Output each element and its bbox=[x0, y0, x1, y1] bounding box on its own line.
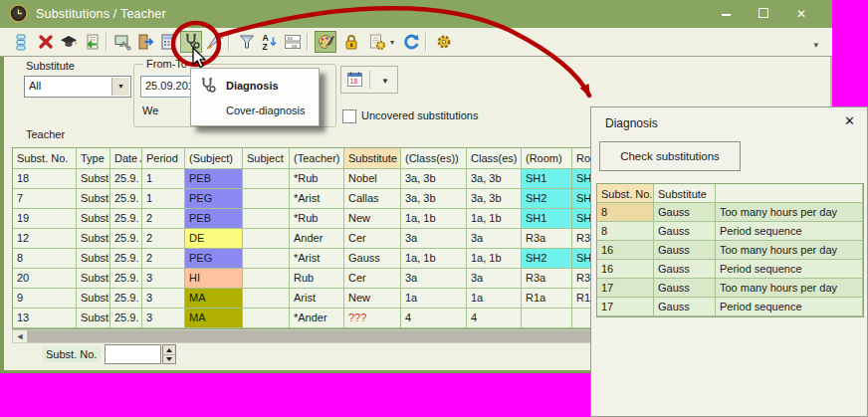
cell[interactable]: *Ander bbox=[290, 309, 344, 328]
cell[interactable]: Gauss bbox=[654, 203, 716, 222]
cell[interactable]: 1a, 1b bbox=[401, 249, 467, 269]
cell[interactable]: Nobel bbox=[344, 169, 401, 189]
cell[interactable]: Cer bbox=[344, 229, 401, 249]
cell[interactable]: PEG bbox=[185, 189, 243, 209]
cell[interactable]: Cer bbox=[344, 269, 401, 289]
column-header[interactable]: Period bbox=[142, 148, 185, 169]
cell[interactable]: 19 bbox=[13, 209, 77, 229]
cell[interactable]: 3a, 3b bbox=[401, 189, 467, 209]
diagnosis-row[interactable]: 8GaussPeriod sequence bbox=[597, 222, 863, 241]
cell[interactable] bbox=[243, 289, 290, 309]
column-header[interactable]: Subst. No. bbox=[13, 148, 77, 169]
cell[interactable]: Gauss bbox=[654, 279, 716, 298]
diagnosis-row[interactable]: 8GaussToo many hours per day bbox=[597, 203, 863, 222]
cell[interactable]: *Arist bbox=[290, 189, 344, 209]
cell[interactable]: 13 bbox=[13, 309, 77, 328]
cell[interactable]: SH2 bbox=[522, 189, 572, 209]
close-icon[interactable]: ✕ bbox=[844, 113, 855, 128]
cell[interactable]: 16 bbox=[597, 260, 654, 279]
scrollbar-thumb[interactable] bbox=[28, 330, 591, 342]
cell[interactable]: PEB bbox=[185, 169, 243, 189]
table-row[interactable]: 13Substi25.9.3MA*Ander???44 bbox=[13, 309, 614, 328]
cell[interactable]: SH2 bbox=[522, 249, 572, 269]
cell[interactable]: 25.9. bbox=[110, 189, 142, 209]
lock-icon[interactable] bbox=[340, 31, 362, 53]
cell[interactable]: 2 bbox=[142, 209, 185, 229]
cell[interactable]: ??? bbox=[344, 309, 401, 328]
cell[interactable]: 9 bbox=[13, 289, 77, 309]
diagnosis-row[interactable]: 17GaussPeriod sequence bbox=[597, 298, 863, 316]
column-header[interactable]: Subst. No. bbox=[597, 184, 654, 203]
cell[interactable]: Period sequence bbox=[716, 298, 863, 316]
cell[interactable]: Gauss bbox=[654, 222, 716, 241]
teacher-icon[interactable] bbox=[58, 31, 80, 53]
cell[interactable]: *Rub bbox=[290, 169, 344, 189]
cell[interactable]: Too many hours per day bbox=[716, 203, 863, 222]
cell[interactable]: 17 bbox=[597, 279, 654, 298]
minimize-button[interactable] bbox=[711, 5, 741, 23]
cell[interactable]: 1 bbox=[142, 189, 185, 209]
close-button[interactable]: ✕ bbox=[786, 5, 816, 23]
cell[interactable]: 3 bbox=[142, 289, 185, 309]
cell[interactable]: Substi bbox=[77, 249, 110, 269]
chevron-down-icon[interactable]: ▾ bbox=[390, 38, 394, 47]
cell[interactable]: SH1 bbox=[522, 169, 572, 189]
menu-item-cover-diagnosis[interactable]: Cover-diagnosis bbox=[191, 98, 319, 123]
cell[interactable]: Period sequence bbox=[716, 222, 863, 241]
table-row[interactable]: 9Substi25.9.3MAAristNew1a1aR1aR1a bbox=[13, 289, 614, 309]
horizontal-scrollbar[interactable]: ◄ bbox=[12, 329, 594, 343]
cell[interactable]: Substi bbox=[77, 269, 110, 289]
cell[interactable]: HI bbox=[185, 269, 243, 289]
cell[interactable]: Callas bbox=[344, 189, 401, 209]
cell[interactable]: Gauss bbox=[654, 241, 716, 260]
cell[interactable]: 25.9. bbox=[110, 289, 142, 309]
rocket-icon[interactable] bbox=[203, 31, 225, 53]
table-row[interactable]: 7Substi25.9.1PEG*AristCallas3a, 3b3a, 3b… bbox=[13, 189, 614, 209]
diagnosis-row[interactable]: 16GaussToo many hours per day bbox=[597, 241, 863, 260]
column-header[interactable]: Date bbox=[110, 148, 142, 169]
colors-icon[interactable] bbox=[315, 31, 336, 53]
cell[interactable]: 16 bbox=[597, 241, 654, 260]
cell[interactable]: 4 bbox=[467, 309, 522, 328]
cell[interactable]: 1a bbox=[467, 289, 522, 309]
cell[interactable]: 3a bbox=[401, 269, 467, 289]
cell[interactable]: 1a, 1b bbox=[467, 249, 522, 269]
chevron-down-icon[interactable]: ▼ bbox=[111, 78, 129, 96]
cell[interactable] bbox=[243, 209, 290, 229]
cell[interactable]: 25.9. bbox=[110, 309, 142, 328]
table-row[interactable]: 18Substi25.9.1PEB*RubNobel3a, 3b3a, 3bSH… bbox=[13, 169, 614, 189]
column-header[interactable]: (Room) bbox=[522, 148, 572, 169]
substitute-dropdown[interactable]: All ▼ bbox=[24, 76, 131, 98]
cell[interactable]: Gauss bbox=[654, 260, 716, 279]
cell[interactable]: SH1 bbox=[522, 209, 572, 229]
subst-no-input[interactable] bbox=[105, 344, 161, 364]
calendar-button[interactable]: 18 ▼ bbox=[340, 66, 398, 94]
chevron-down-icon[interactable]: ▼ bbox=[381, 77, 389, 86]
cell[interactable]: 3a, 3b bbox=[467, 169, 522, 189]
door-icon[interactable] bbox=[134, 31, 156, 53]
sort-icon[interactable]: AZ bbox=[259, 31, 281, 53]
diagnosis-row[interactable]: 17GaussToo many hours per day bbox=[597, 279, 863, 298]
list-view-icon[interactable] bbox=[12, 31, 34, 53]
cell[interactable] bbox=[243, 269, 290, 289]
cell[interactable]: 3 bbox=[142, 269, 185, 289]
cell[interactable]: Substi bbox=[77, 229, 110, 249]
import-icon[interactable] bbox=[81, 31, 103, 53]
cell[interactable]: Period sequence bbox=[716, 260, 863, 279]
maximize-button[interactable] bbox=[749, 5, 778, 23]
cell[interactable]: 8 bbox=[597, 222, 654, 241]
cell[interactable]: 25.9. bbox=[110, 229, 142, 249]
cell[interactable]: 8 bbox=[13, 249, 77, 269]
cell[interactable]: DE bbox=[185, 229, 243, 249]
cell[interactable]: Too many hours per day bbox=[716, 241, 863, 260]
table-row[interactable]: 12Substi25.9.2DEAnderCer3a3aR3aR3a bbox=[13, 229, 614, 249]
cell[interactable]: Substi bbox=[77, 189, 110, 209]
cell[interactable]: Ander bbox=[290, 229, 344, 249]
cell[interactable] bbox=[522, 309, 572, 328]
column-header[interactable]: Type bbox=[77, 148, 110, 169]
column-header[interactable]: (Class(es)) bbox=[401, 148, 467, 169]
cell[interactable]: Substi bbox=[77, 209, 110, 229]
column-header[interactable]: Substitute bbox=[654, 184, 716, 203]
cell[interactable] bbox=[243, 249, 290, 269]
cell[interactable]: 2 bbox=[142, 229, 185, 249]
